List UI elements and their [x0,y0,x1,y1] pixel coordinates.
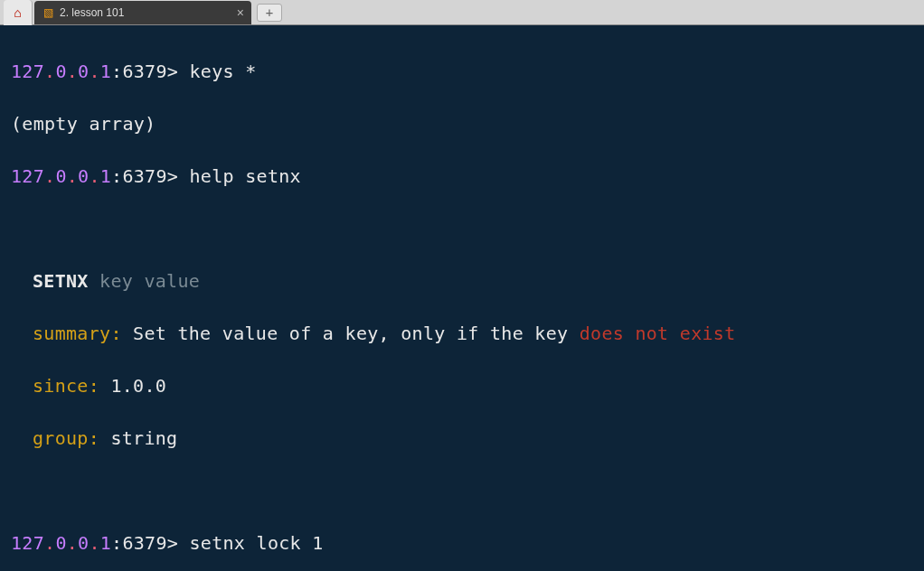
prompt: 127.0.0.1 [11,61,111,82]
help-line: summary: Set the value of a key, only if… [11,321,913,347]
tab-bar: ⌂ ▧ 2. lesson 101 × + [0,0,924,25]
close-icon[interactable]: × [237,5,244,20]
blank-line [11,478,913,504]
file-tab[interactable]: ▧ 2. lesson 101 × [34,1,251,24]
add-tab-button[interactable]: + [257,4,282,22]
terminal-line: 127.0.0.1:6379> keys * [11,59,913,85]
terminal-line: 127.0.0.1:6379> setnx lock 1 [11,530,913,557]
help-line: SETNX key value [11,268,913,295]
help-line: group: string [11,426,913,452]
command: help setnx [190,165,301,187]
home-icon: ⌂ [14,5,21,20]
terminal[interactable]: 127.0.0.1:6379> keys * (empty array) 127… [0,25,924,571]
prompt: 127.0.0.1 [11,165,111,187]
terminal-output: (empty array) [11,111,913,137]
plus-icon: + [266,5,273,20]
terminal-line: 127.0.0.1:6379> help setnx [11,164,913,190]
command: setnx lock 1 [190,532,324,554]
help-line: since: 1.0.0 [11,373,913,399]
command: keys * [190,61,257,82]
prompt: 127.0.0.1 [11,532,111,554]
file-icon: ▧ [42,6,54,19]
home-tab[interactable]: ⌂ [4,0,33,25]
blank-line [11,216,913,242]
tab-title: 2. lesson 101 [60,6,124,19]
